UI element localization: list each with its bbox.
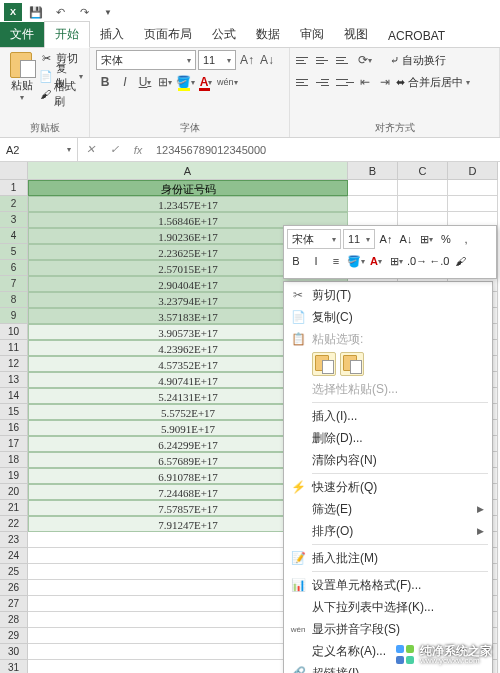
font-size-select[interactable]: 11▾: [198, 50, 236, 70]
mini-format-icon[interactable]: ⊞▾: [417, 229, 435, 249]
row-header[interactable]: 10: [0, 324, 28, 340]
row-header[interactable]: 26: [0, 580, 28, 596]
row-header[interactable]: 16: [0, 420, 28, 436]
row-header[interactable]: 25: [0, 564, 28, 580]
cell[interactable]: [348, 196, 398, 212]
formula-input[interactable]: 123456789012345000: [150, 138, 500, 161]
paste-option-1[interactable]: [312, 352, 336, 376]
ctx-copy[interactable]: 📄复制(C): [284, 306, 492, 328]
row-header[interactable]: 18: [0, 452, 28, 468]
select-all-corner[interactable]: [0, 162, 28, 180]
row-header[interactable]: 3: [0, 212, 28, 228]
mini-border-button[interactable]: ⊞▾: [387, 251, 405, 271]
mini-italic-button[interactable]: I: [307, 251, 325, 271]
mini-brush-icon[interactable]: 🖌: [451, 251, 469, 271]
ctx-clear[interactable]: 清除内容(N): [284, 449, 492, 471]
mini-increase-font-icon[interactable]: A↑: [377, 229, 395, 249]
mini-size-select[interactable]: 11▾: [343, 229, 375, 249]
row-header[interactable]: 24: [0, 548, 28, 564]
row-header[interactable]: 1: [0, 180, 28, 196]
cell[interactable]: 1.23457E+17: [28, 196, 348, 212]
row-header[interactable]: 30: [0, 644, 28, 660]
tab-review[interactable]: 审阅: [290, 22, 334, 47]
col-header-A[interactable]: A: [28, 162, 348, 180]
col-header-C[interactable]: C: [398, 162, 448, 180]
row-header[interactable]: 17: [0, 436, 28, 452]
mini-percent-icon[interactable]: %: [437, 229, 455, 249]
redo-icon[interactable]: ↷: [74, 2, 94, 22]
row-header[interactable]: 20: [0, 484, 28, 500]
paste-dropdown-icon[interactable]: ▾: [20, 93, 24, 102]
ctx-filter[interactable]: 筛选(E)▶: [284, 498, 492, 520]
row-header[interactable]: 28: [0, 612, 28, 628]
row-header[interactable]: 22: [0, 516, 28, 532]
italic-button[interactable]: I: [116, 72, 134, 92]
increase-font-icon[interactable]: A↑: [238, 50, 256, 70]
ctx-delete[interactable]: 删除(D)...: [284, 427, 492, 449]
qat-customize-icon[interactable]: ▼: [98, 2, 118, 22]
row-header[interactable]: 8: [0, 292, 28, 308]
tab-home[interactable]: 开始: [44, 21, 90, 48]
cell[interactable]: [448, 180, 498, 196]
row-header[interactable]: 2: [0, 196, 28, 212]
row-header[interactable]: 4: [0, 228, 28, 244]
align-middle-icon[interactable]: [316, 51, 334, 69]
merge-center-button[interactable]: ⬌合并后居中▾: [396, 75, 470, 90]
cell[interactable]: [448, 196, 498, 212]
row-header[interactable]: 15: [0, 404, 28, 420]
ctx-sort[interactable]: 排序(O)▶: [284, 520, 492, 542]
row-header[interactable]: 12: [0, 356, 28, 372]
tab-insert[interactable]: 插入: [90, 22, 134, 47]
cancel-icon[interactable]: ✕: [78, 143, 102, 156]
ctx-quick-analysis[interactable]: ⚡快速分析(Q): [284, 476, 492, 498]
ctx-pick-list[interactable]: 从下拉列表中选择(K)...: [284, 596, 492, 618]
align-center-icon[interactable]: [316, 73, 334, 91]
align-right-icon[interactable]: [336, 73, 354, 91]
decrease-font-icon[interactable]: A↓: [258, 50, 276, 70]
mini-fill-color-button[interactable]: 🪣▾: [347, 251, 365, 271]
enter-icon[interactable]: ✓: [102, 143, 126, 156]
row-header[interactable]: 19: [0, 468, 28, 484]
mini-decimal-dec-icon[interactable]: ←.0: [429, 251, 449, 271]
font-color-button[interactable]: A▾: [197, 72, 215, 92]
ctx-insert[interactable]: 插入(I)...: [284, 405, 492, 427]
row-header[interactable]: 13: [0, 372, 28, 388]
row-header[interactable]: 29: [0, 628, 28, 644]
decrease-indent-icon[interactable]: ⇤: [356, 72, 374, 92]
cell[interactable]: [398, 180, 448, 196]
mini-font-color-button[interactable]: A▾: [367, 251, 385, 271]
underline-button[interactable]: U▾: [136, 72, 154, 92]
col-header-B[interactable]: B: [348, 162, 398, 180]
cell[interactable]: [348, 180, 398, 196]
ctx-show-pinyin[interactable]: wén显示拼音字段(S): [284, 618, 492, 640]
cell[interactable]: 身份证号码: [28, 180, 348, 196]
save-icon[interactable]: 💾: [26, 2, 46, 22]
wrap-text-button[interactable]: ⤶自动换行: [390, 53, 446, 68]
undo-icon[interactable]: ↶: [50, 2, 70, 22]
mini-decrease-font-icon[interactable]: A↓: [397, 229, 415, 249]
tab-data[interactable]: 数据: [246, 22, 290, 47]
bold-button[interactable]: B: [96, 72, 114, 92]
col-header-D[interactable]: D: [448, 162, 498, 180]
name-box[interactable]: A2▾: [0, 138, 78, 161]
mini-font-select[interactable]: 宋体▾: [287, 229, 341, 249]
row-header[interactable]: 6: [0, 260, 28, 276]
mini-comma-icon[interactable]: ,: [457, 229, 475, 249]
row-header[interactable]: 23: [0, 532, 28, 548]
paste-option-2[interactable]: [340, 352, 364, 376]
ctx-cut[interactable]: ✂剪切(T): [284, 284, 492, 306]
paste-button[interactable]: 粘贴 ▾: [6, 50, 37, 102]
align-left-icon[interactable]: [296, 73, 314, 91]
mini-bold-button[interactable]: B: [287, 251, 305, 271]
ctx-insert-comment[interactable]: 📝插入批注(M): [284, 547, 492, 569]
format-painter-button[interactable]: 🖌格式刷: [39, 86, 83, 102]
tab-view[interactable]: 视图: [334, 22, 378, 47]
row-header[interactable]: 11: [0, 340, 28, 356]
row-header[interactable]: 7: [0, 276, 28, 292]
mini-decimal-inc-icon[interactable]: .0→: [407, 251, 427, 271]
row-header[interactable]: 27: [0, 596, 28, 612]
align-top-icon[interactable]: [296, 51, 314, 69]
tab-formulas[interactable]: 公式: [202, 22, 246, 47]
row-header[interactable]: 14: [0, 388, 28, 404]
fill-color-button[interactable]: 🪣▾: [176, 72, 195, 92]
